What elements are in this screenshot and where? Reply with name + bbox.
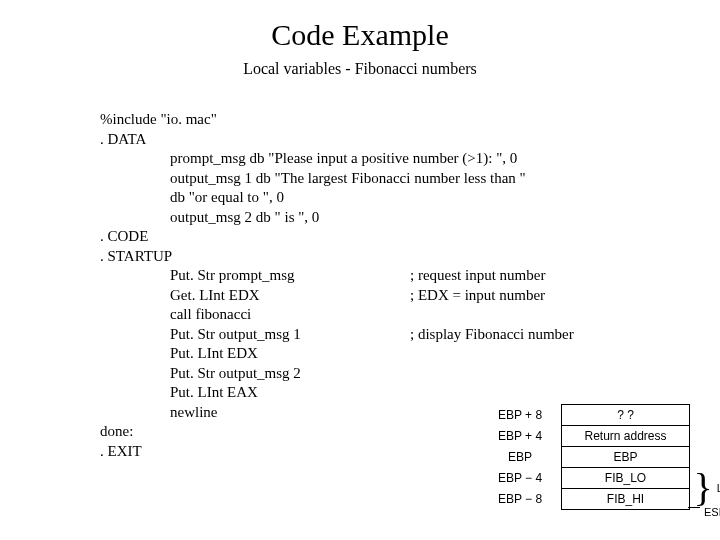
comment: ; request input number [410, 266, 545, 286]
code-row: Put. Str prompt_msg ; request input numb… [100, 266, 574, 286]
code-row: Put. Str output_msg 2 [100, 364, 574, 384]
data-line: db "or equal to ", 0 [170, 188, 574, 208]
code-directive: . CODE [100, 227, 574, 247]
comment: ; display Fibonacci number [410, 325, 574, 345]
data-directive: . DATA [100, 130, 574, 150]
table-row: EBP − 8 FIB_HI [479, 489, 690, 510]
stack-table: EBP + 8 ? ? EBP + 4 Return address EBP E… [479, 404, 690, 510]
instruction: call fibonacci [170, 305, 410, 325]
stack-cell: ? ? [562, 405, 690, 426]
code-row: Put. LInt EAX [100, 383, 574, 403]
startup-directive: . STARTUP [100, 247, 574, 267]
data-line: prompt_msg db "Please input a positive n… [170, 149, 574, 169]
data-line: output_msg 2 db " is ", 0 [170, 208, 574, 228]
stack-cell: EBP [562, 447, 690, 468]
table-row: EBP − 4 FIB_LO [479, 468, 690, 489]
slide-subtitle: Local variables - Fibonacci numbers [0, 60, 720, 78]
instruction: Get. LInt EDX [170, 286, 410, 306]
code-row: Put. Str output_msg 1 ; display Fibonacc… [100, 325, 574, 345]
stack-cell: Return address [562, 426, 690, 447]
code-row: Put. LInt EDX [100, 344, 574, 364]
stack-cell: FIB_HI [562, 489, 690, 510]
code-row: call fibonacci [100, 305, 574, 325]
offset-label: EBP [479, 447, 562, 468]
instruction: newline [170, 403, 410, 423]
brace-icon: } [693, 468, 712, 508]
instruction: Put. Str output_msg 2 [170, 364, 410, 384]
stack-cell: FIB_LO [562, 468, 690, 489]
esp-label: ESP [704, 506, 720, 518]
offset-label: EBP + 4 [479, 426, 562, 447]
code-row: Get. LInt EDX ; EDX = input number [100, 286, 574, 306]
slide: Code Example Local variables - Fibonacci… [0, 0, 720, 540]
instruction: Put. LInt EAX [170, 383, 410, 403]
table-row: EBP + 4 Return address [479, 426, 690, 447]
table-row: EBP + 8 ? ? [479, 405, 690, 426]
include-line: %include "io. mac" [100, 110, 574, 130]
table-row: EBP EBP [479, 447, 690, 468]
brace-label: Local variables [717, 482, 720, 494]
data-line: output_msg 1 db "The largest Fibonacci n… [170, 169, 574, 189]
offset-label: EBP − 4 [479, 468, 562, 489]
instruction: Put. LInt EDX [170, 344, 410, 364]
brace-annotation: } Local variables [693, 468, 720, 508]
esp-pointer-line [688, 507, 700, 508]
slide-title: Code Example [0, 0, 720, 52]
offset-label: EBP + 8 [479, 405, 562, 426]
instruction: Put. Str prompt_msg [170, 266, 410, 286]
stack-frame-diagram: EBP + 8 ? ? EBP + 4 Return address EBP E… [479, 404, 690, 510]
instruction: Put. Str output_msg 1 [170, 325, 410, 345]
comment: ; EDX = input number [410, 286, 545, 306]
offset-label: EBP − 8 [479, 489, 562, 510]
